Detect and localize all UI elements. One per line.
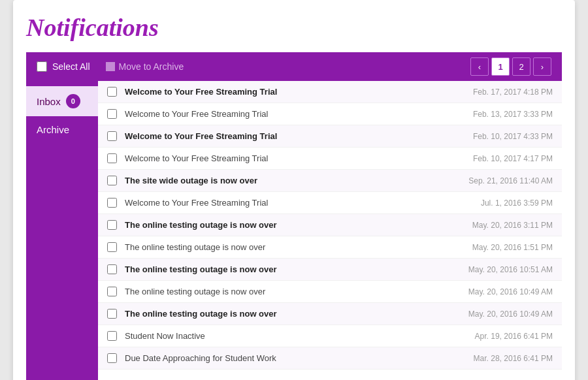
row-checkbox[interactable] — [107, 309, 117, 319]
row-checkbox[interactable] — [107, 353, 117, 363]
table-row: Welcome to Your Free Streaming TrialFeb.… — [98, 81, 562, 103]
notification-text: Welcome to Your Free Streaming Trial — [125, 109, 465, 119]
table-row: The online testing outage is now overMay… — [98, 259, 562, 281]
notification-date: Jul. 1, 2016 3:59 PM — [481, 198, 553, 208]
table-row: Welcome to Your Free Streaming TrialFeb.… — [98, 148, 562, 170]
notification-text: Welcome to Your Free Streaming Trial — [125, 198, 473, 208]
page-2-button[interactable]: 2 — [512, 57, 531, 76]
notification-date: May. 20, 2016 10:49 AM — [468, 309, 553, 319]
move-to-archive-button[interactable]: Move to Archive — [106, 61, 184, 72]
notification-list: Welcome to Your Free Streaming TrialFeb.… — [98, 81, 562, 380]
row-checkbox[interactable] — [107, 220, 117, 230]
table-row: Due Date Approaching for Student WorkMar… — [98, 347, 562, 370]
table-row: Welcome to Your Free Streaming TrialFeb.… — [98, 125, 562, 148]
toolbar: Select All Move to Archive ‹ 1 2 › — [26, 52, 562, 81]
page-title: Notifications — [26, 13, 562, 42]
sidebar-item-archive[interactable]: Archive — [26, 116, 98, 143]
notification-date: Feb. 10, 2017 4:17 PM — [473, 154, 553, 163]
table-row: The online testing outage is now overMay… — [98, 303, 562, 325]
row-checkbox[interactable] — [107, 331, 117, 341]
table-row: Welcome to Your Free Streaming TrialFeb.… — [98, 103, 562, 125]
row-checkbox[interactable] — [107, 87, 117, 97]
main-container: Notifications Select All Move to Archive… — [13, 0, 575, 380]
notification-text: The online testing outage is now over — [125, 220, 465, 230]
notification-date: Sep. 21, 2016 11:40 AM — [468, 176, 553, 185]
table-row: The online testing outage is now overMay… — [98, 281, 562, 303]
row-checkbox[interactable] — [107, 264, 117, 274]
notification-date: May. 20, 2016 1:51 PM — [472, 243, 553, 252]
notification-date: May. 20, 2016 10:51 AM — [468, 265, 553, 274]
move-archive-label: Move to Archive — [119, 61, 184, 72]
notification-text: The online testing outage is now over — [125, 287, 461, 296]
notification-text: Welcome to Your Free Streaming Trial — [125, 131, 465, 141]
sidebar: Inbox 0 Archive — [26, 81, 98, 380]
row-checkbox[interactable] — [107, 153, 117, 163]
row-checkbox[interactable] — [107, 176, 117, 185]
row-checkbox[interactable] — [107, 131, 117, 141]
notification-text: Welcome to Your Free Streaming Trial — [125, 87, 465, 97]
table-row: The site wide outage is now overSep. 21,… — [98, 170, 562, 192]
pagination: ‹ 1 2 › — [470, 57, 551, 76]
row-checkbox[interactable] — [107, 287, 117, 296]
notification-text: The online testing outage is now over — [125, 264, 461, 274]
prev-page-button[interactable]: ‹ — [470, 57, 489, 76]
toolbar-left: Select All Move to Archive — [37, 61, 184, 72]
table-row: The online testing outage is now overMay… — [98, 236, 562, 259]
notification-text: The online testing outage is now over — [125, 309, 461, 319]
table-row: Welcome to Your Free Streaming TrialJul.… — [98, 192, 562, 214]
notification-date: Mar. 28, 2016 6:41 PM — [474, 354, 553, 363]
row-checkbox[interactable] — [107, 198, 117, 208]
next-page-button[interactable]: › — [533, 57, 551, 76]
table-row: Student Now InactiveApr. 19, 2016 6:41 P… — [98, 325, 562, 347]
notification-date: May. 20, 2016 3:11 PM — [472, 221, 553, 230]
notification-date: May. 20, 2016 10:49 AM — [468, 287, 553, 296]
notification-date: Feb. 13, 2017 3:33 PM — [473, 110, 553, 119]
content-area: Inbox 0 Archive Welcome to Your Free Str… — [26, 81, 562, 380]
notification-text: Welcome to Your Free Streaming Trial — [125, 153, 465, 163]
table-row: The online testing outage is now overMay… — [98, 214, 562, 236]
select-all-group: Select All — [37, 61, 90, 72]
sidebar-item-inbox[interactable]: Inbox 0 — [26, 86, 98, 116]
inbox-badge: 0 — [66, 94, 80, 108]
row-checkbox[interactable] — [107, 242, 117, 252]
row-checkbox[interactable] — [107, 109, 117, 119]
notification-text: Due Date Approaching for Student Work — [125, 353, 466, 363]
notification-text: The site wide outage is now over — [125, 176, 461, 185]
notification-date: Feb. 17, 2017 4:18 PM — [473, 87, 553, 97]
page-1-button[interactable]: 1 — [491, 57, 510, 76]
notification-date: Apr. 19, 2016 6:41 PM — [475, 332, 553, 341]
archive-label: Archive — [37, 124, 69, 135]
notification-date: Feb. 10, 2017 4:33 PM — [473, 132, 553, 141]
inbox-label: Inbox — [37, 96, 61, 107]
select-all-label: Select All — [52, 61, 90, 72]
select-all-checkbox[interactable] — [37, 61, 47, 72]
notification-text: Student Now Inactive — [125, 331, 467, 341]
notification-text: The online testing outage is now over — [125, 242, 465, 252]
archive-icon — [106, 62, 115, 71]
